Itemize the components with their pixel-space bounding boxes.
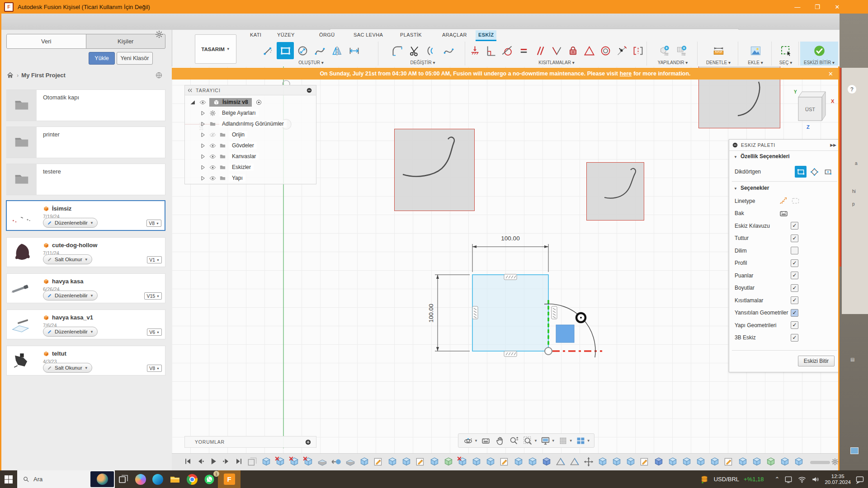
timeline-feature-8[interactable] [344, 456, 356, 468]
timeline-feature-5[interactable] [302, 456, 314, 468]
file-access-chip[interactable]: Düzenlenebilir▼ [43, 291, 98, 300]
option-checkbox[interactable]: ✓ [791, 321, 798, 329]
timeline-feature-38[interactable] [765, 456, 777, 468]
file-access-chip[interactable]: Salt Okunur▼ [43, 363, 92, 373]
viewcube[interactable]: ÜST X Y Z [792, 88, 837, 131]
timeline-feature-3[interactable] [274, 456, 286, 468]
display-settings-icon[interactable] [541, 436, 550, 446]
project-folder-card[interactable]: printer [6, 127, 165, 158]
start-button[interactable] [0, 470, 17, 488]
expander-icon[interactable] [199, 175, 206, 182]
timeline-feature-16[interactable] [457, 456, 468, 468]
tray-expand-icon[interactable]: ⌃ [775, 476, 780, 483]
timeline-feature-2[interactable] [260, 456, 272, 468]
banner-link[interactable]: here [620, 70, 632, 77]
rect-2point-icon[interactable] [795, 166, 807, 178]
expander-icon[interactable] [199, 164, 206, 171]
option-checkbox[interactable]: ✓ [791, 334, 798, 342]
visibility-eye-icon[interactable] [209, 131, 216, 138]
timeline-feature-26[interactable] [597, 456, 609, 468]
ribbon-tab-4[interactable]: SAC LEVHA [351, 30, 386, 40]
option-checkbox[interactable] [791, 247, 798, 254]
file-version-badge[interactable]: V6▼ [147, 328, 162, 336]
file-access-chip[interactable]: Düzenlenebilir▼ [43, 218, 98, 228]
browser-row-orijin[interactable]: Orijin [199, 129, 247, 140]
copilot-button[interactable] [132, 470, 149, 488]
clock-datetime[interactable]: 12:35 20.07.2024 [825, 474, 851, 485]
tool-concentric[interactable] [597, 42, 613, 59]
expander-icon[interactable] [199, 142, 206, 149]
project-file-card[interactable]: teltut 4/3/23 Salt Okunur▼ V8▼ [6, 346, 165, 375]
maximize-button[interactable]: ❐ [807, 0, 827, 14]
timeline-feature-6[interactable] [316, 456, 328, 468]
file-access-chip[interactable]: Salt Okunur▼ [43, 254, 92, 264]
modeling-canvas[interactable]: -100 100.00 100.00 [172, 66, 840, 453]
tool-tangent[interactable] [499, 42, 515, 59]
timeline-feature-10[interactable] [373, 456, 384, 468]
project-file-card[interactable]: cute-dog-hollow 7/11/24 Salt Okunur▼ V1▼ [6, 237, 165, 267]
timeline-feature-25[interactable] [583, 456, 594, 468]
visibility-eye-icon[interactable] [199, 99, 206, 106]
timeline-feature-18[interactable] [485, 456, 496, 468]
linetype-construction-icon[interactable] [778, 195, 789, 207]
expander-icon[interactable] [199, 110, 206, 117]
root-node[interactable]: İsimsiz v8 [209, 98, 252, 107]
finish-sketch-button[interactable]: Eskizi Bitir [798, 356, 835, 366]
tool-finish[interactable] [811, 42, 828, 59]
tool-dimension[interactable] [345, 42, 363, 59]
tool-fillet[interactable] [388, 42, 406, 59]
option-checkbox[interactable]: ✓ [791, 222, 798, 230]
breadcrumb[interactable]: My First Project [21, 72, 66, 79]
timeline-feature-23[interactable] [555, 456, 566, 468]
ticker-pair[interactable]: USD/BRL [714, 476, 739, 483]
browser-minus-icon[interactable] [306, 87, 312, 94]
action-center-icon[interactable] [855, 475, 864, 484]
ribbon-group-label[interactable]: EKLE ▾ [740, 60, 771, 65]
timeline-step-forward-icon[interactable] [222, 457, 231, 466]
tool-rectangle[interactable] [277, 42, 294, 59]
canvas-image-2[interactable] [586, 162, 644, 221]
timeline-feature-35[interactable] [723, 456, 735, 468]
tool-insimage[interactable] [747, 42, 764, 59]
timeline-feature-32[interactable] [681, 456, 693, 468]
chrome-button[interactable] [184, 470, 201, 488]
file-version-badge[interactable]: V8▼ [147, 365, 162, 372]
new-folder-button[interactable]: Yeni Klasör [117, 52, 153, 65]
timeline-feature-37[interactable] [751, 456, 763, 468]
tool-snap[interactable] [614, 42, 630, 59]
currency-widget-icon[interactable] [700, 475, 709, 484]
timeline-feature-30[interactable] [653, 456, 665, 468]
timeline-feature-14[interactable] [429, 456, 440, 468]
option-checkbox[interactable]: ✓ [791, 272, 798, 279]
visibility-eye-icon[interactable] [209, 175, 216, 182]
project-folder-card[interactable]: Otomatik kapı [6, 89, 165, 121]
zoom-icon[interactable] [509, 436, 519, 446]
browser-row-eskizler[interactable]: Eskizler [199, 162, 254, 173]
palette-collapse-icon[interactable]: ▶▶ [830, 143, 836, 147]
tab-kisiler[interactable]: Kişiler [86, 34, 165, 48]
browser-row-g-vdeler[interactable]: Gövdeler [199, 140, 257, 151]
tool-parallel[interactable] [532, 42, 548, 59]
tool-trim[interactable] [406, 42, 423, 59]
ribbon-group-label[interactable]: DEĞİŞTİR ▾ [381, 60, 465, 65]
tool-offset[interactable] [423, 42, 440, 59]
file-version-badge[interactable]: V1▼ [147, 256, 162, 263]
ribbon-tab-1[interactable]: KATI [247, 30, 264, 40]
viewports-icon[interactable] [576, 436, 585, 446]
project-folder-card[interactable]: testere [6, 164, 165, 195]
timeline-feature-13[interactable] [415, 456, 426, 468]
rect-3point-icon[interactable] [808, 166, 820, 178]
timeline-feature-21[interactable] [527, 456, 538, 468]
rect-center-icon[interactable] [822, 166, 834, 178]
tool-params2[interactable] [673, 42, 690, 59]
home-icon[interactable] [6, 71, 14, 79]
tool-spline[interactable] [311, 42, 328, 59]
ribbon-group-label[interactable]: KISITLAMALAR ▾ [467, 60, 646, 65]
tool-mirror[interactable] [328, 42, 345, 59]
comments-bar[interactable]: YORUMLAR [184, 436, 316, 448]
ribbon-tab-7[interactable]: ESKİZ [476, 30, 496, 41]
tool-midpoint[interactable] [630, 42, 646, 59]
tool-perpendicular[interactable] [483, 42, 499, 59]
file-version-badge[interactable]: V15▼ [144, 292, 162, 300]
activate-radio-icon[interactable] [255, 99, 262, 106]
